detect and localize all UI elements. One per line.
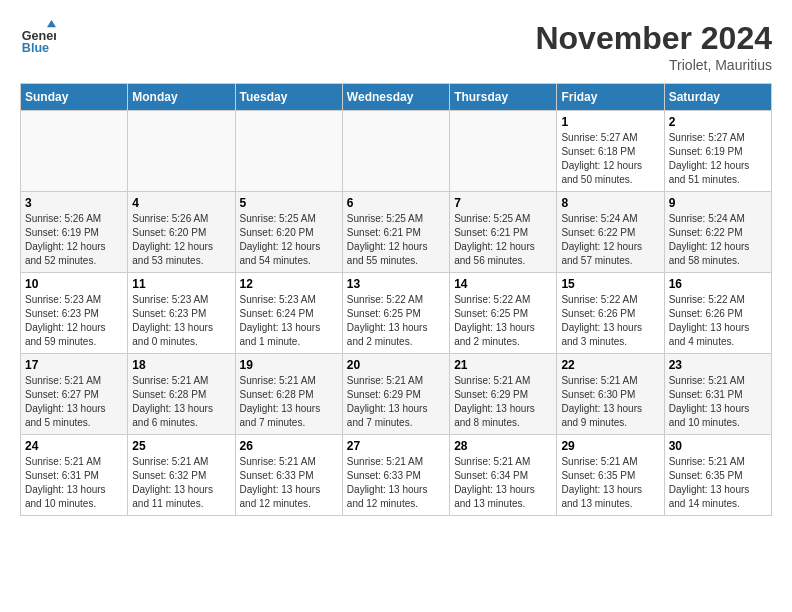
day-cell: 9Sunrise: 5:24 AMSunset: 6:22 PMDaylight… xyxy=(664,192,771,273)
day-info: Sunrise: 5:27 AMSunset: 6:18 PMDaylight:… xyxy=(561,131,659,187)
weekday-header-wednesday: Wednesday xyxy=(342,84,449,111)
day-info: Sunrise: 5:21 AMSunset: 6:27 PMDaylight:… xyxy=(25,374,123,430)
day-info: Sunrise: 5:21 AMSunset: 6:32 PMDaylight:… xyxy=(132,455,230,511)
day-number: 30 xyxy=(669,439,767,453)
day-number: 6 xyxy=(347,196,445,210)
day-number: 17 xyxy=(25,358,123,372)
month-title: November 2024 xyxy=(535,20,772,57)
day-number: 1 xyxy=(561,115,659,129)
weekday-header-row: SundayMondayTuesdayWednesdayThursdayFrid… xyxy=(21,84,772,111)
day-info: Sunrise: 5:21 AMSunset: 6:33 PMDaylight:… xyxy=(240,455,338,511)
week-row-3: 10Sunrise: 5:23 AMSunset: 6:23 PMDayligh… xyxy=(21,273,772,354)
day-info: Sunrise: 5:21 AMSunset: 6:35 PMDaylight:… xyxy=(669,455,767,511)
day-cell: 11Sunrise: 5:23 AMSunset: 6:23 PMDayligh… xyxy=(128,273,235,354)
day-info: Sunrise: 5:22 AMSunset: 6:25 PMDaylight:… xyxy=(454,293,552,349)
day-number: 18 xyxy=(132,358,230,372)
svg-marker-2 xyxy=(47,20,56,27)
weekday-header-thursday: Thursday xyxy=(450,84,557,111)
day-number: 22 xyxy=(561,358,659,372)
day-info: Sunrise: 5:21 AMSunset: 6:28 PMDaylight:… xyxy=(132,374,230,430)
day-info: Sunrise: 5:23 AMSunset: 6:23 PMDaylight:… xyxy=(132,293,230,349)
day-cell: 2Sunrise: 5:27 AMSunset: 6:19 PMDaylight… xyxy=(664,111,771,192)
day-number: 7 xyxy=(454,196,552,210)
day-cell: 21Sunrise: 5:21 AMSunset: 6:29 PMDayligh… xyxy=(450,354,557,435)
day-info: Sunrise: 5:22 AMSunset: 6:26 PMDaylight:… xyxy=(561,293,659,349)
day-cell: 3Sunrise: 5:26 AMSunset: 6:19 PMDaylight… xyxy=(21,192,128,273)
day-number: 29 xyxy=(561,439,659,453)
day-info: Sunrise: 5:21 AMSunset: 6:30 PMDaylight:… xyxy=(561,374,659,430)
day-info: Sunrise: 5:22 AMSunset: 6:25 PMDaylight:… xyxy=(347,293,445,349)
day-cell: 23Sunrise: 5:21 AMSunset: 6:31 PMDayligh… xyxy=(664,354,771,435)
day-number: 23 xyxy=(669,358,767,372)
week-row-2: 3Sunrise: 5:26 AMSunset: 6:19 PMDaylight… xyxy=(21,192,772,273)
weekday-header-tuesday: Tuesday xyxy=(235,84,342,111)
weekday-header-saturday: Saturday xyxy=(664,84,771,111)
day-number: 12 xyxy=(240,277,338,291)
location-subtitle: Triolet, Mauritius xyxy=(535,57,772,73)
day-info: Sunrise: 5:21 AMSunset: 6:34 PMDaylight:… xyxy=(454,455,552,511)
day-cell: 13Sunrise: 5:22 AMSunset: 6:25 PMDayligh… xyxy=(342,273,449,354)
day-number: 16 xyxy=(669,277,767,291)
day-cell xyxy=(128,111,235,192)
weekday-header-monday: Monday xyxy=(128,84,235,111)
day-cell: 25Sunrise: 5:21 AMSunset: 6:32 PMDayligh… xyxy=(128,435,235,516)
weekday-header-friday: Friday xyxy=(557,84,664,111)
week-row-1: 1Sunrise: 5:27 AMSunset: 6:18 PMDaylight… xyxy=(21,111,772,192)
day-cell: 19Sunrise: 5:21 AMSunset: 6:28 PMDayligh… xyxy=(235,354,342,435)
logo-icon: General Blue xyxy=(20,20,56,56)
day-cell: 18Sunrise: 5:21 AMSunset: 6:28 PMDayligh… xyxy=(128,354,235,435)
day-number: 4 xyxy=(132,196,230,210)
day-number: 28 xyxy=(454,439,552,453)
svg-text:Blue: Blue xyxy=(22,41,49,55)
day-info: Sunrise: 5:21 AMSunset: 6:28 PMDaylight:… xyxy=(240,374,338,430)
day-cell xyxy=(235,111,342,192)
day-number: 8 xyxy=(561,196,659,210)
day-info: Sunrise: 5:23 AMSunset: 6:24 PMDaylight:… xyxy=(240,293,338,349)
day-info: Sunrise: 5:25 AMSunset: 6:21 PMDaylight:… xyxy=(454,212,552,268)
day-info: Sunrise: 5:25 AMSunset: 6:21 PMDaylight:… xyxy=(347,212,445,268)
day-info: Sunrise: 5:22 AMSunset: 6:26 PMDaylight:… xyxy=(669,293,767,349)
day-info: Sunrise: 5:21 AMSunset: 6:31 PMDaylight:… xyxy=(669,374,767,430)
day-info: Sunrise: 5:21 AMSunset: 6:29 PMDaylight:… xyxy=(454,374,552,430)
day-info: Sunrise: 5:21 AMSunset: 6:29 PMDaylight:… xyxy=(347,374,445,430)
day-cell: 10Sunrise: 5:23 AMSunset: 6:23 PMDayligh… xyxy=(21,273,128,354)
day-cell: 27Sunrise: 5:21 AMSunset: 6:33 PMDayligh… xyxy=(342,435,449,516)
day-cell: 1Sunrise: 5:27 AMSunset: 6:18 PMDaylight… xyxy=(557,111,664,192)
day-number: 25 xyxy=(132,439,230,453)
day-cell: 12Sunrise: 5:23 AMSunset: 6:24 PMDayligh… xyxy=(235,273,342,354)
day-number: 14 xyxy=(454,277,552,291)
day-cell: 20Sunrise: 5:21 AMSunset: 6:29 PMDayligh… xyxy=(342,354,449,435)
day-cell: 16Sunrise: 5:22 AMSunset: 6:26 PMDayligh… xyxy=(664,273,771,354)
page-header: General Blue November 2024 Triolet, Maur… xyxy=(20,20,772,73)
day-cell: 14Sunrise: 5:22 AMSunset: 6:25 PMDayligh… xyxy=(450,273,557,354)
day-cell: 6Sunrise: 5:25 AMSunset: 6:21 PMDaylight… xyxy=(342,192,449,273)
day-number: 26 xyxy=(240,439,338,453)
day-number: 21 xyxy=(454,358,552,372)
day-cell: 28Sunrise: 5:21 AMSunset: 6:34 PMDayligh… xyxy=(450,435,557,516)
day-number: 3 xyxy=(25,196,123,210)
day-cell: 15Sunrise: 5:22 AMSunset: 6:26 PMDayligh… xyxy=(557,273,664,354)
title-block: November 2024 Triolet, Mauritius xyxy=(535,20,772,73)
day-info: Sunrise: 5:26 AMSunset: 6:20 PMDaylight:… xyxy=(132,212,230,268)
logo: General Blue xyxy=(20,20,56,56)
day-cell: 5Sunrise: 5:25 AMSunset: 6:20 PMDaylight… xyxy=(235,192,342,273)
day-cell xyxy=(21,111,128,192)
day-info: Sunrise: 5:24 AMSunset: 6:22 PMDaylight:… xyxy=(561,212,659,268)
day-cell: 17Sunrise: 5:21 AMSunset: 6:27 PMDayligh… xyxy=(21,354,128,435)
day-cell xyxy=(450,111,557,192)
day-number: 5 xyxy=(240,196,338,210)
day-info: Sunrise: 5:21 AMSunset: 6:35 PMDaylight:… xyxy=(561,455,659,511)
day-number: 19 xyxy=(240,358,338,372)
day-number: 2 xyxy=(669,115,767,129)
calendar-table: SundayMondayTuesdayWednesdayThursdayFrid… xyxy=(20,83,772,516)
day-number: 24 xyxy=(25,439,123,453)
day-number: 20 xyxy=(347,358,445,372)
day-number: 13 xyxy=(347,277,445,291)
day-info: Sunrise: 5:26 AMSunset: 6:19 PMDaylight:… xyxy=(25,212,123,268)
day-info: Sunrise: 5:21 AMSunset: 6:31 PMDaylight:… xyxy=(25,455,123,511)
day-info: Sunrise: 5:21 AMSunset: 6:33 PMDaylight:… xyxy=(347,455,445,511)
week-row-5: 24Sunrise: 5:21 AMSunset: 6:31 PMDayligh… xyxy=(21,435,772,516)
day-cell: 8Sunrise: 5:24 AMSunset: 6:22 PMDaylight… xyxy=(557,192,664,273)
day-cell: 26Sunrise: 5:21 AMSunset: 6:33 PMDayligh… xyxy=(235,435,342,516)
day-number: 15 xyxy=(561,277,659,291)
